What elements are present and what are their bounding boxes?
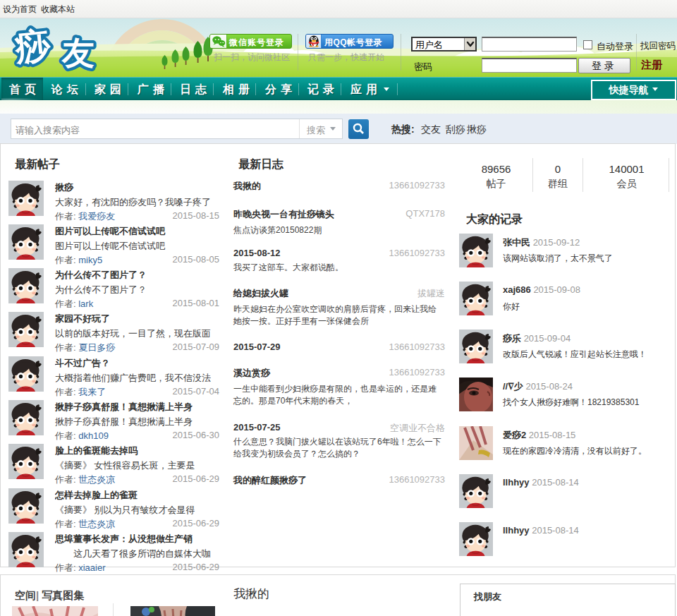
svg-text:友: 友 [61,35,94,71]
svg-text:痧: 痧 [13,25,54,68]
